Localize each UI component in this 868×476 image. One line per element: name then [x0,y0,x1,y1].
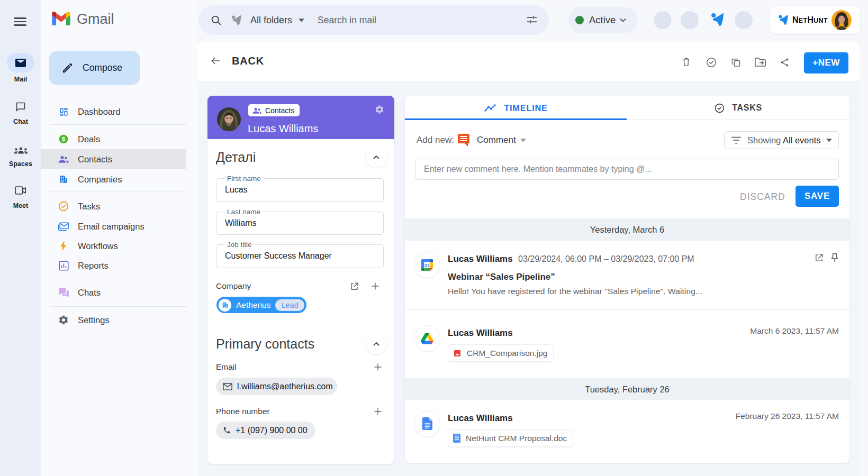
svg-text:$: $ [62,135,66,142]
svg-text:31: 31 [424,262,430,268]
